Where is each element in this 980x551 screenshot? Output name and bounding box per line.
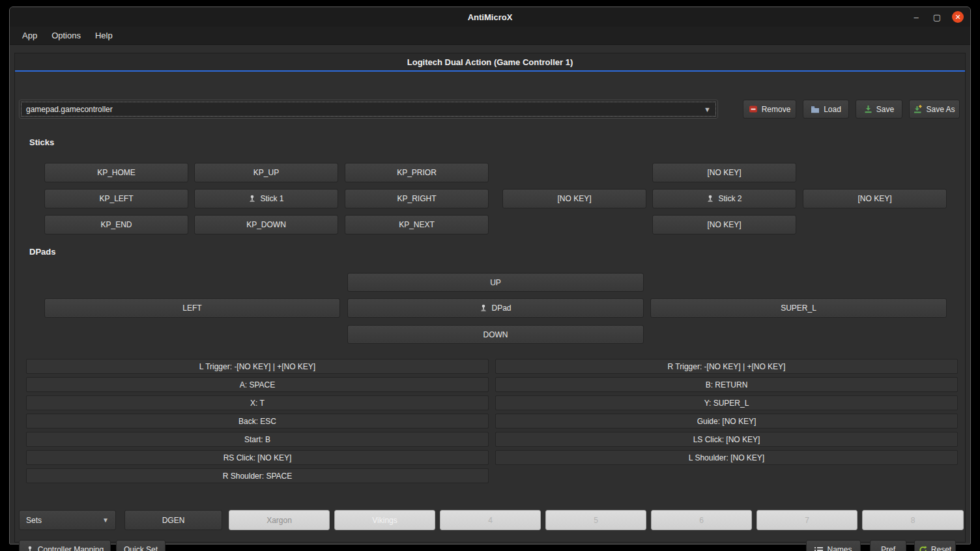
- stick1-down-button[interactable]: KP_DOWN: [194, 215, 338, 234]
- controller-tab-title: Logitech Dual Action (Game Controller 1): [407, 57, 573, 67]
- load-button[interactable]: Load: [803, 100, 849, 119]
- menu-help[interactable]: Help: [88, 28, 120, 43]
- load-button-label: Load: [824, 105, 841, 114]
- reset-button[interactable]: Reset: [914, 540, 956, 551]
- reset-icon: [919, 546, 927, 551]
- menu-options[interactable]: Options: [44, 28, 88, 43]
- set-button-active[interactable]: DGEN: [124, 510, 222, 530]
- stick1-down-left-button[interactable]: KP_END: [44, 215, 188, 234]
- joystick-icon: [706, 195, 714, 203]
- remove-icon: [749, 105, 758, 113]
- set-button[interactable]: 6: [651, 510, 752, 530]
- set-button[interactable]: 5: [545, 510, 646, 530]
- names-button[interactable]: Names: [806, 540, 861, 551]
- rs-click-button[interactable]: RS Click: [NO KEY]: [26, 450, 489, 465]
- l-shoulder-button[interactable]: L Shoulder: [NO KEY]: [495, 450, 958, 465]
- joystick-icon: [248, 195, 256, 203]
- stick2-button[interactable]: Stick 2: [652, 189, 796, 208]
- start-button[interactable]: Start: B: [26, 432, 489, 447]
- sets-dropdown[interactable]: Sets ▼: [19, 510, 116, 530]
- l-trigger-button[interactable]: L Trigger: -[NO KEY] | +[NO KEY]: [26, 359, 489, 374]
- stick1-button-label: Stick 1: [260, 194, 283, 203]
- load-icon: [811, 106, 820, 113]
- controller-mapping-button[interactable]: Controller Mapping: [19, 540, 111, 551]
- save-as-button[interactable]: Save As: [909, 100, 960, 119]
- stick2-up-button[interactable]: [NO KEY]: [652, 163, 796, 182]
- save-icon: [864, 105, 872, 113]
- remove-button[interactable]: Remove: [743, 100, 796, 119]
- remove-button-label: Remove: [762, 105, 791, 114]
- controller-mapping-label: Controller Mapping: [38, 545, 104, 551]
- stick1-down-right-button[interactable]: KP_NEXT: [345, 215, 489, 234]
- pref-button[interactable]: Pref: [870, 540, 906, 551]
- dpad-up-button[interactable]: UP: [347, 273, 644, 292]
- stick1-right-button[interactable]: KP_RIGHT: [345, 189, 489, 208]
- set-button[interactable]: 7: [757, 510, 857, 530]
- minimize-icon[interactable]: –: [910, 11, 922, 23]
- save-as-icon: [914, 105, 922, 113]
- chevron-down-icon: ▼: [704, 106, 711, 113]
- quick-set-button[interactable]: Quick Set: [116, 540, 166, 551]
- set-button[interactable]: 8: [862, 510, 964, 530]
- controller-panel: gamepad.gamecontroller ▼ Remove Load Sav…: [15, 73, 965, 542]
- sticks-section-label: Sticks: [29, 137, 54, 147]
- profile-combobox-value: gamepad.gamecontroller: [26, 105, 113, 114]
- ls-click-button[interactable]: LS Click: [NO KEY]: [495, 432, 958, 447]
- a-button[interactable]: A: SPACE: [26, 377, 489, 392]
- stick1-button[interactable]: Stick 1: [194, 189, 338, 208]
- dpad-button-label: DPad: [491, 304, 511, 313]
- guide-button[interactable]: Guide: [NO KEY]: [495, 414, 958, 429]
- x-button[interactable]: X: T: [26, 395, 489, 410]
- dpad-left-button[interactable]: LEFT: [44, 298, 340, 318]
- window-controls: – ▢ ✕: [910, 7, 964, 27]
- joystick-icon: [26, 546, 34, 551]
- r-trigger-button[interactable]: R Trigger: -[NO KEY] | +[NO KEY]: [495, 359, 958, 374]
- r-shoulder-button[interactable]: R Shoulder: SPACE: [26, 468, 489, 483]
- stick1-up-right-button[interactable]: KP_PRIOR: [345, 163, 489, 182]
- names-button-label: Names: [827, 545, 852, 551]
- stick2-left-button[interactable]: [NO KEY]: [502, 189, 646, 208]
- joystick-icon: [480, 304, 487, 312]
- stick2-down-button[interactable]: [NO KEY]: [652, 215, 796, 234]
- stick1-up-left-button[interactable]: KP_HOME: [44, 163, 188, 182]
- sets-dropdown-label: Sets: [26, 516, 42, 525]
- save-as-button-label: Save As: [926, 105, 955, 114]
- menu-bar: App Options Help: [10, 27, 970, 45]
- save-button-label: Save: [876, 105, 894, 114]
- stick1-left-button[interactable]: KP_LEFT: [44, 189, 188, 208]
- dpad-button[interactable]: DPad: [347, 298, 644, 318]
- dpad-right-button[interactable]: SUPER_L: [650, 298, 947, 318]
- window-title: AntiMicroX: [468, 12, 513, 22]
- b-button[interactable]: B: RETURN: [495, 377, 958, 392]
- profile-combobox[interactable]: gamepad.gamecontroller ▼: [19, 100, 718, 119]
- dpad-down-button[interactable]: DOWN: [347, 325, 644, 344]
- set-button[interactable]: Xargon: [229, 510, 330, 530]
- stick1-up-button[interactable]: KP_UP: [194, 163, 338, 182]
- set-button[interactable]: 4: [440, 510, 541, 530]
- back-button[interactable]: Back: ESC: [26, 414, 489, 429]
- controller-tab[interactable]: Logitech Dual Action (Game Controller 1): [15, 53, 965, 72]
- reset-button-label: Reset: [931, 545, 951, 551]
- stick2-button-label: Stick 2: [718, 194, 742, 203]
- list-icon: [814, 546, 823, 551]
- y-button[interactable]: Y: SUPER_L: [495, 395, 958, 410]
- maximize-icon[interactable]: ▢: [931, 11, 943, 23]
- close-icon[interactable]: ✕: [952, 11, 964, 23]
- title-bar: AntiMicroX – ▢ ✕: [10, 7, 970, 27]
- stick2-right-button[interactable]: [NO KEY]: [803, 189, 947, 208]
- set-button[interactable]: Vikings: [334, 510, 435, 530]
- controller-tab-widget: Logitech Dual Action (Game Controller 1)…: [14, 53, 966, 543]
- menu-app[interactable]: App: [15, 28, 44, 43]
- save-button[interactable]: Save: [856, 100, 902, 119]
- app-window: AntiMicroX – ▢ ✕ App Options Help Logite…: [9, 7, 971, 544]
- chevron-down-icon: ▼: [102, 516, 109, 524]
- dpads-section-label: DPads: [29, 247, 55, 257]
